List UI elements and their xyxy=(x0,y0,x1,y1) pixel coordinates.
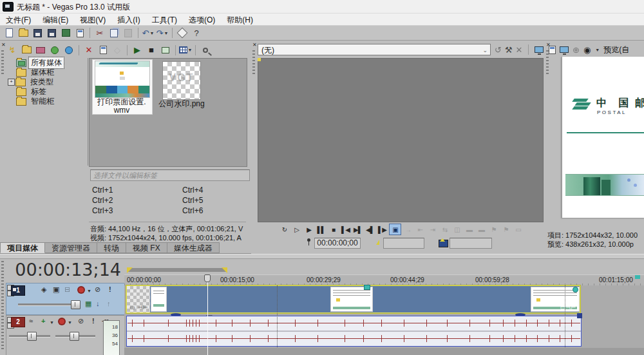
tree-item[interactable]: 媒体柜 xyxy=(6,68,88,77)
menu-item[interactable]: 视图(V) xyxy=(74,14,111,26)
undo-icon[interactable]: ↶▼ xyxy=(141,27,155,39)
tree-divider[interactable] xyxy=(88,58,88,166)
tag-edit-field[interactable]: 选择文件以编辑标签 xyxy=(90,169,250,181)
overlay-icon[interactable]: ◉ xyxy=(583,46,591,54)
paste-icon[interactable] xyxy=(121,27,135,39)
track-number-badge[interactable]: 2 xyxy=(11,317,25,327)
tree-item[interactable]: 智能柜 xyxy=(6,97,88,106)
crop-icon[interactable]: ▭ xyxy=(129,305,135,311)
make-compositing-parent-icon[interactable]: ↑ xyxy=(107,300,111,307)
audio-event-clip[interactable] xyxy=(126,316,582,347)
get-media-from-web-icon[interactable] xyxy=(62,44,76,56)
chevron-down-icon[interactable]: ▼ xyxy=(68,320,72,325)
make-compositing-child-icon[interactable]: ↓ xyxy=(96,300,100,307)
trimmer-video-area[interactable] xyxy=(258,58,544,222)
bar1-icon[interactable]: ▬ xyxy=(464,224,475,235)
video-event-clip[interactable]: ▭ ⊣⊢ ▭ ⊣⊢ xyxy=(126,285,580,313)
tab-转场[interactable]: 转场 xyxy=(97,242,126,253)
play-icon[interactable]: ▶ xyxy=(303,224,314,235)
save-project-icon[interactable] xyxy=(30,27,44,39)
hammer-icon[interactable]: ⚒ xyxy=(505,46,513,54)
go-to-end-icon[interactable]: ▶▌ xyxy=(352,224,363,235)
new-project-icon[interactable] xyxy=(2,27,16,39)
bar2-icon[interactable]: ▬ xyxy=(476,224,487,235)
tree-item[interactable]: 标签 xyxy=(6,87,88,97)
loop-start-marker[interactable] xyxy=(127,267,133,273)
redo-icon[interactable]: ↷▼ xyxy=(155,27,169,39)
compositing-mode-icon[interactable]: ◈ xyxy=(41,286,46,293)
project-properties-icon[interactable] xyxy=(549,46,556,54)
next-frame-icon[interactable]: ▌▶ xyxy=(377,224,388,235)
go-to-start-icon[interactable]: ▌◀ xyxy=(340,224,351,235)
panel-grip[interactable] xyxy=(1,50,4,76)
marker-field-2[interactable] xyxy=(450,238,492,249)
tree-item[interactable]: +按类型 xyxy=(6,77,88,87)
playhead-handle[interactable] xyxy=(204,274,211,282)
loop-region-bar[interactable] xyxy=(127,268,227,272)
recapture-icon[interactable]: ◇ xyxy=(110,44,124,56)
solo-icon[interactable]: ! xyxy=(109,286,111,293)
render-as-icon[interactable] xyxy=(59,27,73,39)
chevron-down-icon[interactable]: ▼ xyxy=(188,48,193,52)
insert-fx-icon[interactable]: + xyxy=(41,318,45,325)
swap-icon[interactable]: ⇆ xyxy=(439,224,450,235)
expander-icon[interactable]: + xyxy=(8,79,15,86)
menu-item[interactable]: 选项(O) xyxy=(183,14,221,26)
current-timecode-display[interactable]: 00:00:13;14 xyxy=(5,259,121,281)
mix-icon[interactable]: → xyxy=(402,224,413,235)
track-motion-icon[interactable]: ▣ xyxy=(53,286,59,293)
monitor-icon[interactable]: ▭ xyxy=(513,224,524,235)
track-fx-icon[interactable]: ⊟ xyxy=(64,286,70,293)
menu-item[interactable]: 编辑(E) xyxy=(37,14,74,26)
tab-项目媒体[interactable]: 项目媒体 xyxy=(0,242,45,253)
save-as-icon[interactable] xyxy=(44,27,59,39)
event-marker[interactable] xyxy=(364,285,370,290)
open-project-icon[interactable] xyxy=(16,27,30,39)
clip-corner-handle[interactable] xyxy=(577,313,582,318)
preview-play-icon[interactable]: ▶ xyxy=(130,44,144,56)
fade-handle[interactable] xyxy=(573,287,578,293)
select-right-icon[interactable]: ⇥ xyxy=(427,224,438,235)
menu-item[interactable]: 帮助(H) xyxy=(221,14,259,26)
horizontal-splitter[interactable] xyxy=(0,254,644,259)
close-media-icon[interactable]: ✕ xyxy=(516,46,523,54)
menu-item[interactable]: 插入(I) xyxy=(111,14,146,26)
import-media-icon[interactable] xyxy=(19,44,33,56)
play-from-start-icon[interactable]: ▷ xyxy=(291,224,302,235)
automation-settings-icon[interactable] xyxy=(79,287,84,293)
cut-icon[interactable]: ✂ xyxy=(93,27,107,39)
auto-preview-icon[interactable] xyxy=(158,44,173,56)
loop-playback-icon[interactable]: ↻ xyxy=(279,224,290,235)
chevron-down-icon[interactable]: ▼ xyxy=(50,320,54,325)
media-thumbnail-wmv[interactable] xyxy=(95,61,150,98)
pan-icon[interactable]: ⊣⊢ xyxy=(565,305,576,311)
panel-grip[interactable] xyxy=(1,261,4,351)
chevron-down-icon[interactable]: ▼ xyxy=(87,289,91,293)
hover-scrub-icon[interactable] xyxy=(198,44,213,56)
transparent-event-segment[interactable]: ▭ ⊣⊢ xyxy=(127,286,150,312)
copy-icon[interactable] xyxy=(107,27,121,39)
refresh-icon[interactable]: ↺ xyxy=(495,46,502,54)
tab-视频 FX[interactable]: 视频 FX xyxy=(126,242,167,253)
remove-media-icon[interactable]: ✕ xyxy=(82,44,96,56)
external-monitor-icon[interactable] xyxy=(560,46,569,53)
tab-媒体生成器[interactable]: 媒体生成器 xyxy=(167,242,220,253)
trimmer-timecode-field[interactable]: 00:00:00;00 xyxy=(314,238,361,249)
pan-slider[interactable] xyxy=(55,335,95,338)
playhead-line[interactable] xyxy=(207,274,208,355)
title-bar[interactable]: 无标题 * - Vegas Pro 13.0 试用版 xyxy=(0,0,644,14)
interactive-tool-icon[interactable] xyxy=(175,27,189,39)
external-monitor-icon[interactable] xyxy=(535,46,544,53)
media-properties-icon[interactable] xyxy=(96,44,110,56)
mute-icon[interactable]: ⊘ xyxy=(78,318,84,325)
pan-icon[interactable]: ⊣⊢ xyxy=(138,305,148,311)
select-left-icon[interactable]: ⇤ xyxy=(415,224,426,235)
chevron-down-icon[interactable]: ▼ xyxy=(149,31,154,35)
automation-settings-icon[interactable] xyxy=(59,319,64,324)
help-icon[interactable]: ? xyxy=(189,27,204,39)
preview-stop-icon[interactable]: ■ xyxy=(144,44,158,56)
stop-icon[interactable]: ■ xyxy=(328,224,339,235)
pause-icon[interactable]: ▌▌ xyxy=(316,224,327,235)
timeline-empty-area[interactable] xyxy=(124,348,644,355)
phase-icon[interactable]: ≈ xyxy=(29,318,33,325)
